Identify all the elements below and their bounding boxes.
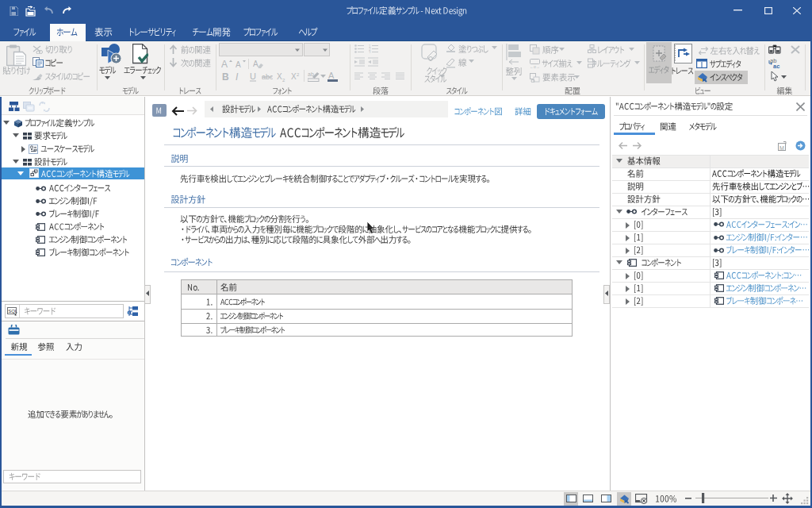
svg-text:B: B xyxy=(222,71,229,82)
svg-text:U: U xyxy=(250,71,256,81)
svg-text:2: 2 xyxy=(282,78,285,82)
svg-text:ac: ac xyxy=(773,63,779,68)
svg-text:X: X xyxy=(291,72,297,81)
svg-text:A: A xyxy=(328,71,335,80)
svg-text:A: A xyxy=(236,60,241,68)
svg-text:3: 3 xyxy=(369,51,371,53)
svg-text:A: A xyxy=(221,59,228,68)
svg-text:2: 2 xyxy=(297,72,300,77)
svg-text:M: M xyxy=(779,145,784,151)
svg-text:I: I xyxy=(236,71,239,82)
svg-text:SQL: SQL xyxy=(8,309,17,314)
svg-text:A: A xyxy=(253,60,259,68)
svg-text:←ο→: ←ο→ xyxy=(530,64,540,69)
svg-text:i: i xyxy=(128,310,129,315)
svg-text:ab: ab xyxy=(308,71,314,77)
svg-text:X: X xyxy=(277,72,282,81)
